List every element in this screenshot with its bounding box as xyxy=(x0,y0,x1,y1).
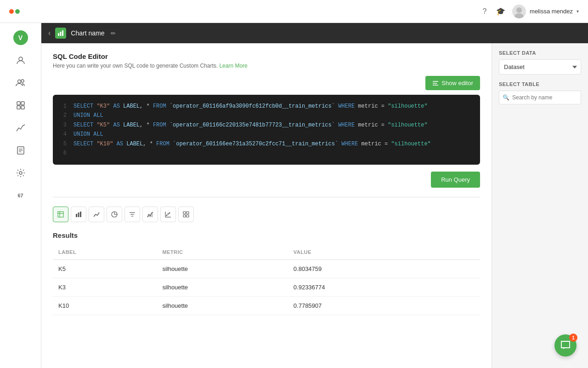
cell-extra xyxy=(441,297,480,315)
svg-rect-10 xyxy=(17,106,20,109)
svg-rect-20 xyxy=(58,212,63,217)
edit-icon[interactable]: ✏ xyxy=(111,30,116,37)
svg-point-16 xyxy=(19,172,22,174)
svg-rect-24 xyxy=(78,213,79,217)
logo-icon xyxy=(9,7,23,16)
user-name: melissa mendez xyxy=(530,8,573,15)
sidebar-item-analytics[interactable] xyxy=(9,118,32,138)
svg-point-6 xyxy=(17,80,21,83)
chart-type-toolbar xyxy=(53,207,480,222)
sidebar-item-reports[interactable] xyxy=(9,140,32,161)
sql-editor-title: SQL Code Editor xyxy=(53,52,480,60)
sql-editor-section: SQL Code Editor Here you can write your … xyxy=(53,52,480,95)
code-line-3: 3 SELECT "K5" AS LABEL, * FROM `operator… xyxy=(60,121,473,130)
results-table: LABEL metric value K5silhouette0.8034759… xyxy=(53,245,480,315)
search-icon: 🔍 xyxy=(503,94,509,101)
table-search-wrapper: 🔍 xyxy=(499,91,581,104)
chat-badge: 1 xyxy=(569,334,577,342)
sidebar-item-grid[interactable] xyxy=(9,95,32,115)
logo xyxy=(9,7,23,16)
sidebar-item-person[interactable] xyxy=(9,50,32,70)
cell-metric: silhouette xyxy=(157,260,288,278)
chat-fab-button[interactable]: 1 xyxy=(554,334,577,356)
table-row: K3silhouette0.92336774 xyxy=(53,278,480,297)
show-editor-label: Show editor xyxy=(441,80,473,86)
help-icon[interactable]: ? xyxy=(480,7,489,16)
sidebar-item-v[interactable]: V xyxy=(9,28,32,48)
avatar xyxy=(512,5,526,18)
run-query-button[interactable]: Run Query xyxy=(431,172,480,188)
cell-label: K3 xyxy=(53,278,157,297)
sidebar-item-number[interactable]: 67 xyxy=(9,185,32,206)
svg-rect-9 xyxy=(21,102,24,105)
code-line-6: 6 xyxy=(60,149,473,158)
sidebar-item-group[interactable] xyxy=(9,73,32,93)
chart-type-custom[interactable] xyxy=(178,207,194,222)
col-header-value: value xyxy=(288,245,441,260)
svg-point-36 xyxy=(169,213,170,214)
top-right-actions: ? 🎓 melissa mendez ▾ xyxy=(480,5,579,18)
select-table-label: SELECT TABLE xyxy=(499,81,581,87)
sidebar-item-settings[interactable] xyxy=(9,163,32,183)
breadcrumb-bar: ‹ Chart name ✏ xyxy=(41,23,588,43)
v-badge: V xyxy=(13,30,28,45)
svg-rect-4 xyxy=(62,30,63,36)
select-data-label: SELECT DATA xyxy=(499,50,581,56)
sql-editor-desc: Here you can write your own SQL code to … xyxy=(53,63,480,69)
svg-rect-37 xyxy=(183,212,186,214)
svg-point-7 xyxy=(21,80,24,82)
chart-icon xyxy=(55,28,66,39)
cell-metric: silhouette xyxy=(157,278,288,297)
svg-point-0 xyxy=(516,7,522,13)
sidebar: V 67 xyxy=(0,23,41,368)
code-editor[interactable]: 1 SELECT "K3" AS LABEL, * FROM `operator… xyxy=(53,95,480,165)
chart-type-pie[interactable] xyxy=(107,207,122,222)
cell-value: 0.8034759 xyxy=(288,260,441,278)
cell-extra xyxy=(441,260,480,278)
svg-point-1 xyxy=(514,13,524,18)
svg-rect-3 xyxy=(60,32,62,36)
chart-type-area[interactable] xyxy=(142,207,158,222)
chart-type-table[interactable] xyxy=(53,207,68,222)
school-icon[interactable]: 🎓 xyxy=(496,7,505,16)
code-line-4: 4 UNION ALL xyxy=(60,130,473,139)
cell-value: 0.92336774 xyxy=(288,278,441,297)
cell-label: K10 xyxy=(53,297,157,315)
chart-type-scatter[interactable] xyxy=(160,207,176,222)
user-info[interactable]: melissa mendez ▾ xyxy=(512,5,579,18)
col-header-metric: metric xyxy=(157,245,288,260)
dataset-select[interactable]: Dataset xyxy=(499,59,581,75)
run-query-wrapper: Run Query xyxy=(53,172,480,188)
svg-rect-2 xyxy=(58,33,59,36)
divider xyxy=(53,197,480,197)
svg-point-35 xyxy=(168,213,169,215)
svg-point-34 xyxy=(166,215,168,216)
cell-value: 0.7785907 xyxy=(288,297,441,315)
learn-more-link[interactable]: Learn More xyxy=(219,63,247,69)
svg-rect-25 xyxy=(80,212,81,217)
svg-rect-23 xyxy=(76,214,77,217)
chart-type-filter[interactable] xyxy=(124,207,140,222)
svg-rect-39 xyxy=(183,215,186,217)
code-line-2: 2 UNION ALL xyxy=(60,111,473,120)
col-header-extra xyxy=(441,245,480,260)
svg-rect-8 xyxy=(17,102,20,105)
code-line-5: 5 SELECT "K10" AS LABEL, * FROM `operato… xyxy=(60,139,473,149)
table-header-row: LABEL metric value xyxy=(53,245,480,260)
table-search-input[interactable] xyxy=(499,91,581,104)
cell-label: K5 xyxy=(53,260,157,278)
show-editor-button[interactable]: Show editor xyxy=(425,76,480,90)
code-line-1: 1 SELECT "K3" AS LABEL, * FROM `operator… xyxy=(60,102,473,111)
results-title: Results xyxy=(53,231,480,239)
chart-type-line[interactable] xyxy=(89,207,104,222)
svg-rect-38 xyxy=(187,212,189,214)
chevron-down-icon: ▾ xyxy=(577,9,579,14)
right-panel: SELECT DATA Dataset SELECT TABLE 🔍 xyxy=(492,43,588,368)
table-row: K5silhouette0.8034759 xyxy=(53,260,480,278)
main-content: SQL Code Editor Here you can write your … xyxy=(41,43,588,368)
svg-rect-11 xyxy=(21,106,24,109)
chart-type-bar[interactable] xyxy=(71,207,86,222)
col-header-label: LABEL xyxy=(53,245,157,260)
back-button[interactable]: ‹ xyxy=(48,29,51,37)
svg-point-5 xyxy=(19,57,23,61)
